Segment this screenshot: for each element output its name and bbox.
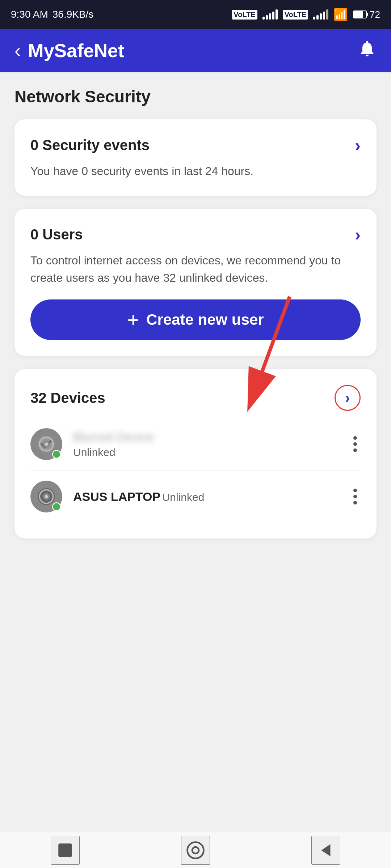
device-item: ASUS LAPTOP Unlinked — [30, 471, 361, 523]
lte-badge-2: VoLTE — [283, 10, 308, 20]
more-dot — [353, 489, 357, 492]
device-info: Blurred Device Unlinked — [73, 430, 350, 459]
battery-display: 72 — [353, 9, 380, 20]
device-status: Unlinked — [73, 446, 115, 458]
devices-card: 32 Devices › Blurred Device — [14, 369, 377, 539]
svg-point-12 — [188, 842, 204, 858]
notification-bell-icon[interactable] — [358, 39, 377, 62]
back-button[interactable]: ‹ — [14, 40, 21, 61]
device-icon-wrap — [30, 428, 62, 460]
online-indicator — [52, 450, 61, 459]
device-icon-wrap — [30, 481, 62, 512]
more-dot — [353, 436, 357, 440]
back-icon — [317, 841, 335, 859]
device-name: ASUS LAPTOP — [73, 490, 160, 503]
svg-point-8 — [45, 495, 48, 498]
home-icon — [186, 841, 205, 860]
security-events-description: You have 0 security events in last 24 ho… — [30, 162, 361, 180]
users-description: To control internet access on devices, w… — [30, 252, 361, 286]
device-name-blurred: Blurred Device — [73, 430, 350, 444]
create-user-label: Create new user — [146, 311, 264, 328]
security-events-title: 0 Security events — [30, 137, 150, 153]
more-dot — [353, 442, 357, 446]
security-events-chevron[interactable]: › — [355, 135, 361, 155]
lte-badge-1: VoLTE — [232, 10, 257, 20]
plus-icon: + — [127, 308, 139, 332]
more-dot — [353, 448, 357, 452]
nav-bar: ‹ MySafeNet — [0, 29, 391, 72]
security-events-card-header: 0 Security events › — [30, 135, 361, 155]
stop-button[interactable] — [51, 836, 80, 865]
back-nav-button[interactable] — [311, 836, 340, 865]
page-title: Network Security — [14, 87, 377, 106]
status-bar: 9:30 AM 36.9KB/s VoLTE VoLTE 📶 — [0, 0, 391, 29]
users-card-header: 0 Users › — [30, 225, 361, 244]
device-status: Unlinked — [162, 491, 205, 503]
network-speed: 36.9KB/s — [52, 9, 94, 20]
status-left: 9:30 AM 36.9KB/s — [11, 9, 93, 20]
status-right: VoLTE VoLTE 📶 72 — [232, 8, 380, 21]
svg-rect-2 — [367, 13, 368, 16]
stop-icon — [56, 841, 74, 859]
svg-rect-11 — [58, 843, 72, 857]
device-item: Blurred Device Unlinked — [30, 418, 361, 471]
app-title: MySafeNet — [28, 40, 124, 61]
devices-chevron-circled[interactable]: › — [335, 385, 361, 411]
battery-icon — [353, 10, 368, 18]
signal-bars-1 — [262, 9, 278, 20]
devices-card-header: 32 Devices › — [30, 385, 361, 411]
devices-title: 32 Devices — [30, 390, 105, 406]
time-display: 9:30 AM — [11, 9, 48, 20]
users-title: 0 Users — [30, 226, 83, 243]
users-card: 0 Users › To control internet access on … — [14, 209, 377, 356]
nav-left: ‹ MySafeNet — [14, 40, 124, 61]
main-content: Network Security 0 Security events › You… — [0, 72, 391, 832]
device-more-menu[interactable] — [350, 433, 361, 456]
security-events-card: 0 Security events › You have 0 security … — [14, 119, 377, 196]
device-more-menu[interactable] — [350, 485, 361, 508]
svg-point-5 — [45, 442, 48, 446]
signal-bars-2 — [313, 9, 328, 20]
more-dot — [353, 495, 357, 498]
bottom-nav — [0, 832, 391, 868]
device-info: ASUS LAPTOP Unlinked — [73, 490, 350, 504]
users-chevron[interactable]: › — [355, 225, 361, 244]
home-button[interactable] — [181, 836, 210, 865]
more-dot — [353, 501, 357, 505]
svg-marker-14 — [321, 844, 331, 856]
svg-point-13 — [192, 847, 199, 854]
svg-rect-1 — [354, 11, 363, 18]
wifi-icon: 📶 — [333, 8, 348, 21]
create-new-user-button[interactable]: + Create new user — [30, 299, 361, 340]
online-indicator — [52, 502, 61, 511]
